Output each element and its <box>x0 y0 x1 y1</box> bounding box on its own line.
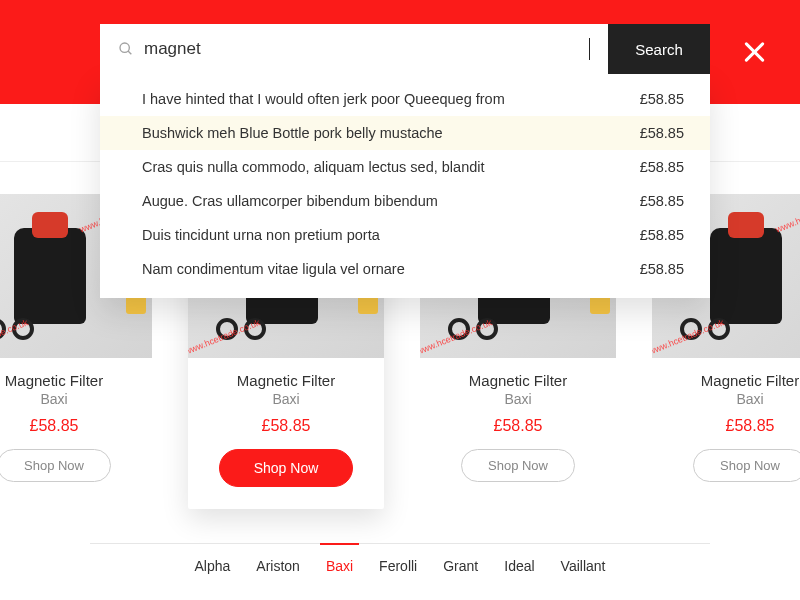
suggestion-price: £58.85 <box>640 193 684 209</box>
suggestion-text: Bushwick meh Blue Bottle pork belly must… <box>142 125 443 141</box>
product-price: £58.85 <box>652 417 800 435</box>
brand-tab-alpha[interactable]: Alpha <box>194 558 230 574</box>
brand-tab-ariston[interactable]: Ariston <box>256 558 300 574</box>
suggestion-row[interactable]: Augue. Cras ullamcorper bibendum bibendu… <box>100 184 710 218</box>
product-name: Magnetic Filter <box>0 372 152 389</box>
close-icon[interactable] <box>740 38 768 66</box>
brand-tab-baxi[interactable]: Baxi <box>326 558 353 574</box>
suggestion-row[interactable]: Cras quis nulla commodo, aliquam lectus … <box>100 150 710 184</box>
suggestion-price: £58.85 <box>640 159 684 175</box>
tabs-divider <box>90 543 710 544</box>
product-name: Magnetic Filter <box>652 372 800 389</box>
brand-tab-grant[interactable]: Grant <box>443 558 478 574</box>
shop-now-button[interactable]: Shop Now <box>219 449 354 487</box>
shop-now-button[interactable]: Shop Now <box>693 449 800 482</box>
suggestion-row[interactable]: Duis tincidunt urna non pretium porta£58… <box>100 218 710 252</box>
search-icon <box>118 41 134 57</box>
suggestion-price: £58.85 <box>640 261 684 277</box>
tab-row: AlphaAristonBaxiFerolliGrantIdealVaillan… <box>90 558 710 574</box>
suggestion-row[interactable]: Bushwick meh Blue Bottle pork belly must… <box>100 116 710 150</box>
shop-now-button[interactable]: Shop Now <box>0 449 111 482</box>
suggestion-text: Augue. Cras ullamcorper bibendum bibendu… <box>142 193 438 209</box>
search-container: Search I have hinted that I would often … <box>100 24 710 298</box>
suggestion-text: Duis tincidunt urna non pretium porta <box>142 227 380 243</box>
search-input[interactable] <box>144 39 591 59</box>
product-brand: Baxi <box>652 391 800 407</box>
svg-line-1 <box>128 51 131 54</box>
brand-tab-vaillant[interactable]: Vaillant <box>561 558 606 574</box>
product-brand: Baxi <box>420 391 616 407</box>
suggestion-text: I have hinted that I would often jerk po… <box>142 91 505 107</box>
search-box[interactable] <box>100 24 608 74</box>
suggestion-price: £58.85 <box>640 125 684 141</box>
product-price: £58.85 <box>420 417 616 435</box>
product-name: Magnetic Filter <box>420 372 616 389</box>
product-price: £58.85 <box>0 417 152 435</box>
suggestion-row[interactable]: I have hinted that I would often jerk po… <box>100 82 710 116</box>
product-name: Magnetic Filter <box>188 372 384 389</box>
brand-tab-ferolli[interactable]: Ferolli <box>379 558 417 574</box>
watermark: www.hcetrade.co.uk <box>775 195 800 234</box>
suggestion-price: £58.85 <box>640 91 684 107</box>
text-caret <box>589 38 590 60</box>
product-brand: Baxi <box>0 391 152 407</box>
header-bar: Search I have hinted that I would often … <box>0 0 800 104</box>
suggestion-row[interactable]: Nam condimentum vitae ligula vel ornare£… <box>100 252 710 286</box>
product-price: £58.85 <box>188 417 384 435</box>
search-button[interactable]: Search <box>608 24 710 74</box>
search-row: Search <box>100 24 710 74</box>
svg-point-0 <box>120 43 129 52</box>
suggestion-price: £58.85 <box>640 227 684 243</box>
brand-tab-ideal[interactable]: Ideal <box>504 558 534 574</box>
brand-tabs: AlphaAristonBaxiFerolliGrantIdealVaillan… <box>90 543 710 574</box>
product-brand: Baxi <box>188 391 384 407</box>
search-suggestions: I have hinted that I would often jerk po… <box>100 74 710 298</box>
suggestion-text: Cras quis nulla commodo, aliquam lectus … <box>142 159 485 175</box>
suggestion-text: Nam condimentum vitae ligula vel ornare <box>142 261 405 277</box>
shop-now-button[interactable]: Shop Now <box>461 449 575 482</box>
